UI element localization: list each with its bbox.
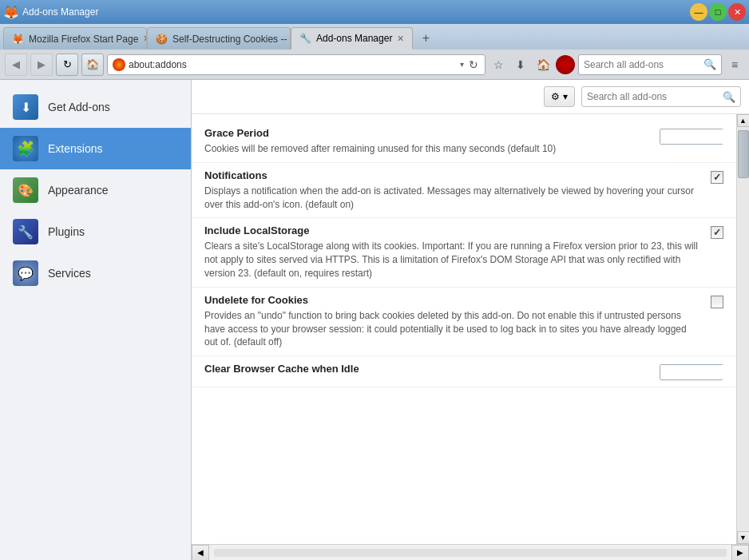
close-button[interactable]: ✕ xyxy=(728,3,746,21)
browser-search-input[interactable] xyxy=(584,59,703,70)
firefox-logo-icon: 🦊 xyxy=(3,5,19,20)
new-tab-button[interactable]: + xyxy=(416,29,435,48)
home-button[interactable]: 🏠 xyxy=(81,54,104,76)
undelete-checkbox[interactable] xyxy=(711,296,723,308)
localstorage-checkbox[interactable]: ✓ xyxy=(711,226,723,239)
extensions-icon xyxy=(13,136,38,161)
notifications-checkmark: ✓ xyxy=(713,172,721,183)
setting-title-localstorage: Include LocalStorage xyxy=(204,224,698,236)
hscroll-right-button[interactable]: ▶ xyxy=(731,545,749,561)
setting-title-grace-period: Grace Period xyxy=(204,127,647,139)
setting-left-localstorage: Include LocalStorage Clears a site's Loc… xyxy=(204,224,698,280)
forward-button[interactable]: ▶ xyxy=(30,54,53,76)
reload-button[interactable]: ↻ xyxy=(56,54,78,76)
avatar-icon[interactable] xyxy=(556,55,575,74)
scroll-thumb[interactable] xyxy=(738,130,749,178)
content-area: ⚙ ▾ 🔍 Grace Period Cookies will be remov… xyxy=(192,80,749,560)
setting-left-clear-cache: Clear Browser Cache when Idle xyxy=(204,363,647,380)
toolbar-extras: ☆ ⬇ 🏠 xyxy=(489,55,575,74)
setting-row-grace-period: Grace Period Cookies will be removed aft… xyxy=(192,121,736,163)
sidebar-item-services-label: Services xyxy=(48,267,91,280)
site-icon xyxy=(113,58,125,71)
tab-cookies-icon: 🍪 xyxy=(156,34,168,45)
sidebar-item-plugins-label: Plugins xyxy=(48,225,85,238)
setting-row-localstorage: Include LocalStorage Clears a site's Loc… xyxy=(192,218,736,287)
setting-right-notifications: ✓ xyxy=(711,169,723,212)
window-title: Add-ons Manager xyxy=(22,6,98,18)
setting-row-clear-cache: Clear Browser Cache when Idle ▲ ▼ xyxy=(192,356,736,387)
sidebar-item-plugins[interactable]: Plugins xyxy=(0,211,191,252)
back-button[interactable]: ◀ xyxy=(5,54,27,76)
grace-period-spinner[interactable]: ▲ ▼ xyxy=(660,129,723,145)
setting-left-undelete: Undelete for Cookies Provides an "undo" … xyxy=(204,294,698,349)
notifications-checkbox[interactable]: ✓ xyxy=(711,171,723,184)
setting-title-clear-cache: Clear Browser Cache when Idle xyxy=(204,363,647,375)
gear-icon: ⚙ xyxy=(551,91,560,102)
tab-firefox[interactable]: 🦊 Mozilla Firefox Start Page ✕ xyxy=(3,27,147,50)
setting-row-undelete: Undelete for Cookies Provides an "undo" … xyxy=(192,288,736,356)
download-icon[interactable]: ⬇ xyxy=(511,55,530,74)
setting-left-notifications: Notifications Displays a notification wh… xyxy=(204,169,698,212)
setting-desc-undelete: Provides an "undo" function to bring bac… xyxy=(204,309,698,349)
setting-desc-localstorage: Clears a site's LocalStorage along with … xyxy=(204,240,698,280)
tab-firefox-icon: 🦊 xyxy=(12,34,24,45)
scroll-down-button[interactable]: ▼ xyxy=(737,531,750,544)
tab-addons[interactable]: 🔧 Add-ons Manager ✕ xyxy=(291,27,413,50)
setting-desc-notifications: Displays a notification when the add-on … xyxy=(204,185,698,212)
settings-list: Grace Period Cookies will be removed aft… xyxy=(192,114,736,544)
tab-addons-label: Add-ons Manager xyxy=(316,33,392,44)
gear-dropdown-icon: ▾ xyxy=(563,91,568,102)
sidebar-item-extensions[interactable]: Extensions xyxy=(0,128,191,169)
settings-toolbar: ⚙ ▾ 🔍 xyxy=(192,80,749,114)
address-refresh-icon[interactable]: ↻ xyxy=(467,58,480,71)
tab-addons-close[interactable]: ✕ xyxy=(397,34,404,44)
tab-firefox-label: Mozilla Firefox Start Page xyxy=(29,34,138,45)
clear-cache-spinner[interactable]: ▲ ▼ xyxy=(660,364,723,380)
setting-left-grace-period: Grace Period Cookies will be removed aft… xyxy=(204,127,647,156)
maximize-button[interactable]: □ xyxy=(709,3,727,21)
hscroll-track[interactable] xyxy=(214,549,727,557)
address-dropdown-icon[interactable]: ▾ xyxy=(460,60,464,69)
setting-right-localstorage: ✓ xyxy=(711,224,723,280)
grace-period-input[interactable] xyxy=(660,129,736,144)
setting-title-undelete: Undelete for Cookies xyxy=(204,294,698,306)
bookmark-icon[interactable]: ☆ xyxy=(489,55,508,74)
hscroll-left-button[interactable]: ◀ xyxy=(192,545,209,561)
setting-title-notifications: Notifications xyxy=(204,169,698,181)
window-controls: — □ ✕ xyxy=(690,3,746,21)
settings-search-bar[interactable]: 🔍 xyxy=(581,86,741,107)
tab-cookies-label: Self-Destructing Cookies -- Sur... xyxy=(172,34,291,45)
sidebar: Get Add-ons Extensions Appearance Plugin… xyxy=(0,80,192,560)
minimize-button[interactable]: — xyxy=(690,3,707,21)
address-input[interactable] xyxy=(129,59,457,70)
gear-button[interactable]: ⚙ ▾ xyxy=(544,86,575,107)
clear-cache-input[interactable] xyxy=(660,365,736,379)
browser-search-icon: 🔍 xyxy=(703,58,716,70)
address-bar: ▾ ↻ xyxy=(107,54,485,75)
get-addons-icon xyxy=(13,94,38,120)
tab-cookies[interactable]: 🍪 Self-Destructing Cookies -- Sur... ✕ xyxy=(147,27,291,50)
scroll-up-button[interactable]: ▲ xyxy=(737,114,750,127)
browser-search-bar[interactable]: 🔍 xyxy=(578,54,722,75)
localstorage-checkmark: ✓ xyxy=(713,227,721,238)
sidebar-item-services[interactable]: Services xyxy=(0,252,191,294)
sidebar-item-get-addons[interactable]: Get Add-ons xyxy=(0,86,191,128)
menu-icon[interactable]: ≡ xyxy=(725,55,744,74)
tab-addons-icon: 🔧 xyxy=(299,33,311,44)
settings-search-input[interactable] xyxy=(587,91,723,102)
setting-right-undelete xyxy=(711,294,723,349)
title-bar-left: 🦊 Add-ons Manager xyxy=(3,5,98,20)
scroll-track[interactable] xyxy=(737,127,749,531)
sidebar-item-get-addons-label: Get Add-ons xyxy=(48,101,110,113)
sidebar-item-extensions-label: Extensions xyxy=(48,142,102,155)
services-icon xyxy=(13,260,38,286)
appearance-icon xyxy=(13,177,38,203)
home-icon[interactable]: 🏠 xyxy=(533,55,553,74)
tab-strip: 🦊 Mozilla Firefox Start Page ✕ 🍪 Self-De… xyxy=(0,24,749,50)
setting-right-clear-cache: ▲ ▼ xyxy=(660,363,723,380)
horizontal-scrollbar: ◀ ▶ xyxy=(192,544,749,560)
settings-search-icon: 🔍 xyxy=(723,91,735,103)
sidebar-item-appearance[interactable]: Appearance xyxy=(0,169,191,211)
toolbar: ◀ ▶ ↻ 🏠 ▾ ↻ ☆ ⬇ 🏠 🔍 ≡ xyxy=(0,50,749,80)
sidebar-item-appearance-label: Appearance xyxy=(48,184,109,197)
